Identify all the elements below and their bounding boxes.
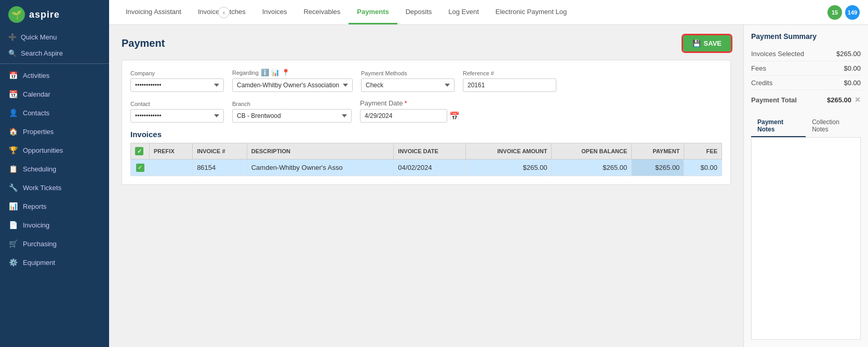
sidebar-item-opportunities[interactable]: 🏆 Opportunities bbox=[0, 141, 109, 159]
logo-area: 🌱 aspire bbox=[0, 0, 109, 29]
page-title: Payment bbox=[122, 37, 165, 49]
branch-select[interactable]: CB - Brentwood bbox=[232, 109, 352, 123]
calendar-icon: 📆 bbox=[8, 90, 18, 98]
payment-notes-textarea[interactable] bbox=[751, 138, 861, 340]
sidebar-item-calendar[interactable]: 📆 Calendar bbox=[0, 85, 109, 103]
col-header-payment: PAYMENT bbox=[632, 143, 684, 159]
content-area: Payment 💾 SAVE Company •••••••••••• bbox=[109, 25, 868, 347]
tab-receivables[interactable]: Receivables bbox=[295, 0, 349, 24]
total-value-area: $265.00 ✕ bbox=[827, 96, 861, 104]
payment-form-header: Payment 💾 SAVE bbox=[122, 35, 731, 51]
reference-input[interactable]: 20161 bbox=[463, 78, 556, 92]
logo-text: aspire bbox=[29, 9, 60, 20]
sidebar-item-invoicing[interactable]: 📄 Invoicing bbox=[0, 216, 109, 234]
sidebar-item-work-tickets[interactable]: 🔧 Work Tickets bbox=[0, 178, 109, 197]
top-nav-tabs: Invoicing Assistant Invoice Batches Invo… bbox=[117, 0, 575, 24]
row-invoice-num: 86154 bbox=[193, 159, 247, 176]
contacts-icon: 👤 bbox=[8, 109, 18, 117]
tab-deposits[interactable]: Deposits bbox=[397, 0, 440, 24]
sidebar: 🌱 aspire ➕ Quick Menu 🔍 Search Aspire 📅 … bbox=[0, 0, 109, 347]
sidebar-item-equipment[interactable]: ⚙️ Equipment bbox=[0, 253, 109, 272]
summary-credits-row: Credits $0.00 bbox=[751, 76, 861, 90]
opportunities-icon: 🏆 bbox=[8, 146, 18, 154]
tab-collection-notes[interactable]: Collection Notes bbox=[806, 115, 861, 137]
row-prefix bbox=[150, 159, 193, 176]
sidebar-item-contacts[interactable]: 👤 Contacts bbox=[0, 103, 109, 122]
sidebar-item-purchasing-label: Purchasing bbox=[23, 240, 57, 248]
invoices-selected-label: Invoices Selected bbox=[751, 50, 804, 58]
row-open-balance: $265.00 bbox=[552, 159, 632, 176]
sidebar-toggle-button[interactable]: ‹ bbox=[218, 7, 230, 18]
quick-menu-item[interactable]: ➕ Quick Menu bbox=[0, 29, 109, 45]
properties-icon: 🏠 bbox=[8, 127, 18, 136]
sidebar-item-activities[interactable]: 📅 Activities bbox=[0, 66, 109, 85]
reference-label: Reference # bbox=[463, 70, 556, 76]
sidebar-item-work-tickets-label: Work Tickets bbox=[23, 184, 61, 192]
branch-label: Branch bbox=[232, 101, 352, 107]
payment-total-label: Payment Total bbox=[751, 96, 797, 104]
right-panel: Payment Summary Invoices Selected $265.0… bbox=[743, 25, 868, 347]
payment-summary-title: Payment Summary bbox=[751, 32, 861, 41]
company-select[interactable]: •••••••••••• bbox=[130, 78, 224, 92]
invoices-table: ✓ PREFIX INVOICE # DESCRIPTION INVOICE D… bbox=[130, 143, 722, 176]
payment-date-required: * bbox=[404, 99, 407, 107]
regarding-field-group: Regarding ℹ️ 📊 📍 Camden-Whitby Owner's A… bbox=[232, 69, 353, 92]
calendar-picker-icon[interactable]: 📅 bbox=[449, 111, 460, 121]
tab-electronic-payment-log[interactable]: Electronic Payment Log bbox=[487, 0, 575, 24]
row-checkbox-cell[interactable]: ✓ bbox=[131, 159, 150, 176]
col-header-fee: FEE bbox=[684, 143, 722, 159]
work-tickets-icon: 🔧 bbox=[8, 183, 18, 192]
sidebar-item-properties[interactable]: 🏠 Properties bbox=[0, 122, 109, 141]
tab-invoices[interactable]: Invoices bbox=[254, 0, 296, 24]
notification-badge-blue[interactable]: 149 bbox=[845, 5, 860, 20]
regarding-chart-icon[interactable]: 📊 bbox=[271, 69, 279, 76]
regarding-info-icon[interactable]: ℹ️ bbox=[261, 69, 269, 76]
sidebar-item-purchasing[interactable]: 🛒 Purchasing bbox=[0, 234, 109, 253]
save-label: SAVE bbox=[704, 39, 722, 47]
contact-label: Contact bbox=[130, 101, 224, 107]
save-button[interactable]: 💾 SAVE bbox=[683, 35, 731, 51]
payment-date-label: Payment Date * bbox=[360, 99, 460, 107]
contact-select[interactable]: •••••••••••• bbox=[130, 109, 224, 123]
notification-badge-green[interactable]: 15 bbox=[827, 5, 842, 20]
payment-date-wrap: 4/29/2024 📅 bbox=[360, 109, 460, 123]
tab-invoicing-assistant[interactable]: Invoicing Assistant bbox=[117, 0, 190, 24]
col-header-prefix: PREFIX bbox=[150, 143, 193, 159]
clear-total-icon[interactable]: ✕ bbox=[854, 96, 861, 104]
tab-payment-notes[interactable]: Payment Notes bbox=[751, 115, 806, 137]
col-header-invoice-date: INVOICE DATE bbox=[394, 143, 465, 159]
notification-area: 15 149 bbox=[827, 5, 860, 20]
tab-log-event[interactable]: Log Event bbox=[440, 0, 487, 24]
select-all-checkbox[interactable]: ✓ bbox=[135, 147, 143, 155]
col-header-invoice-amount: INVOICE AMOUNT bbox=[465, 143, 552, 159]
payment-date-input[interactable]: 4/29/2024 bbox=[360, 109, 447, 123]
table-row: ✓ 86154 Camden-Whitby Owner's Asso 04/02… bbox=[131, 159, 722, 176]
payment-date-field-group: Payment Date * 4/29/2024 📅 bbox=[360, 99, 460, 123]
col-header-open-balance: OPEN BALANCE bbox=[552, 143, 632, 159]
sidebar-item-invoicing-label: Invoicing bbox=[23, 221, 49, 229]
sidebar-item-reports[interactable]: 📊 Reports bbox=[0, 197, 109, 216]
row-checkbox[interactable]: ✓ bbox=[136, 164, 144, 172]
tab-payments[interactable]: Payments bbox=[349, 0, 397, 24]
row-description: Camden-Whitby Owner's Asso bbox=[247, 159, 394, 176]
col-header-description: DESCRIPTION bbox=[247, 143, 394, 159]
payment-methods-select[interactable]: Check bbox=[361, 78, 455, 92]
form-row-1: Company •••••••••••• Regarding ℹ️ 📊 📍 bbox=[130, 69, 722, 92]
payment-methods-label: Payment Methods bbox=[361, 70, 455, 76]
sidebar-item-scheduling[interactable]: 📋 Scheduling bbox=[0, 159, 109, 178]
invoices-section: Invoices ✓ PREFIX INVOICE # DESCRIPTION … bbox=[130, 130, 722, 176]
regarding-label: Regarding bbox=[232, 70, 259, 76]
quick-menu-icon: ➕ bbox=[8, 33, 17, 41]
sidebar-item-calendar-label: Calendar bbox=[23, 90, 50, 98]
regarding-location-icon[interactable]: 📍 bbox=[282, 69, 290, 76]
quick-menu-label: Quick Menu bbox=[21, 33, 57, 41]
row-invoice-date: 04/02/2024 bbox=[394, 159, 465, 176]
search-aspire-item[interactable]: 🔍 Search Aspire bbox=[0, 45, 109, 61]
summary-total-row: Payment Total $265.00 ✕ bbox=[751, 92, 861, 107]
sidebar-item-activities-label: Activities bbox=[23, 72, 49, 79]
payment-form-body: Company •••••••••••• Regarding ℹ️ 📊 📍 bbox=[122, 60, 731, 185]
payment-total-value: $265.00 bbox=[827, 96, 851, 104]
sidebar-item-properties-label: Properties bbox=[23, 128, 54, 136]
purchasing-icon: 🛒 bbox=[8, 239, 18, 248]
regarding-select[interactable]: Camden-Whitby Owner's Association bbox=[232, 78, 353, 92]
